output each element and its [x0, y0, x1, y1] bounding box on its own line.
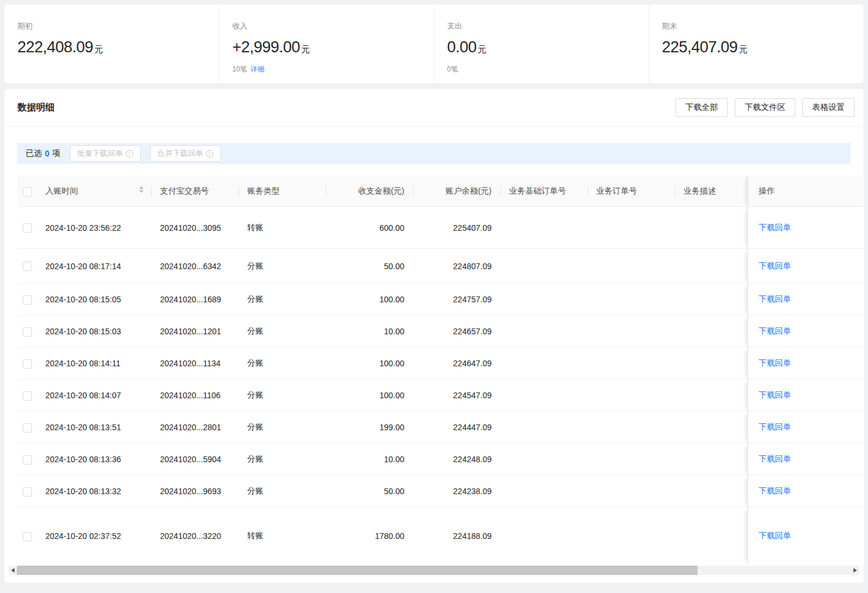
- cell-description: [675, 444, 748, 476]
- cell-description: [675, 380, 748, 412]
- cell-order: [588, 249, 675, 284]
- cell-order: [588, 476, 675, 508]
- cell-base-order: [501, 348, 588, 380]
- horizontal-scrollbar[interactable]: [9, 566, 859, 575]
- transactions-table: 入账时间 支付宝交易号 账务类型 收支金额(元) 账户余额(元) 业务基础订单号…: [17, 176, 864, 565]
- download-receipt-link[interactable]: 下载回单: [759, 261, 791, 270]
- sort-icon[interactable]: [139, 186, 144, 193]
- table-header-row: 入账时间 支付宝交易号 账务类型 收支金额(元) 账户余额(元) 业务基础订单号…: [17, 176, 864, 207]
- header-order: 业务订单号: [588, 176, 675, 207]
- scrollbar-thumb[interactable]: [17, 566, 698, 575]
- summary-opening: 期初 222,408.09元: [5, 5, 219, 83]
- cell-time: 2024-10-20 08:13:36: [37, 444, 152, 476]
- summary-income-count: 10笔: [232, 65, 247, 73]
- table-row: 2024-10-20 08:13:32 20241020...9693 分账 5…: [17, 476, 864, 508]
- header-time: 入账时间: [37, 176, 152, 207]
- download-zone-button[interactable]: 下载文件区: [735, 98, 795, 117]
- cell-balance: 224757.09: [414, 284, 501, 316]
- cell-description: [675, 207, 748, 249]
- summary-income: 收入 +2,999.00元 10笔详细: [219, 5, 433, 83]
- row-checkbox[interactable]: [23, 423, 32, 433]
- cell-description: [675, 249, 748, 284]
- download-receipt-link[interactable]: 下载回单: [759, 454, 791, 463]
- header-description: 业务描述: [675, 176, 748, 207]
- cell-base-order: [501, 412, 588, 444]
- income-detail-link[interactable]: 详细: [251, 65, 265, 73]
- cell-amount: 50.00: [326, 249, 414, 284]
- cell-time: 2024-10-20 02:37:52: [37, 508, 152, 565]
- row-checkbox[interactable]: [23, 487, 32, 496]
- table-row: 2024-10-20 08:17:14 20241020...6342 分账 5…: [17, 249, 864, 284]
- summary-income-value: +2,999.00: [232, 38, 300, 56]
- summary-expense-label: 支出: [447, 21, 649, 31]
- cell-base-order: [501, 380, 588, 412]
- cell-account-type: 分账: [239, 284, 326, 316]
- summary-closing-unit: 元: [739, 44, 748, 54]
- download-receipt-link[interactable]: 下载回单: [759, 326, 791, 335]
- row-checkbox[interactable]: [23, 532, 32, 541]
- cell-order: [588, 412, 675, 444]
- download-receipt-link[interactable]: 下载回单: [759, 531, 791, 540]
- cell-balance: 224647.09: [414, 348, 501, 380]
- cell-time: 2024-10-20 23:56:22: [37, 207, 152, 249]
- cell-time: 2024-10-20 08:15:05: [37, 284, 152, 316]
- cell-transaction-id: 20241020...2801: [152, 412, 239, 444]
- summary-expense-unit: 元: [478, 44, 486, 54]
- cell-account-type: 分账: [239, 380, 326, 412]
- download-receipt-link[interactable]: 下载回单: [759, 486, 791, 495]
- download-receipt-link[interactable]: 下载回单: [759, 422, 791, 431]
- cell-description: [675, 476, 748, 508]
- cell-order: [588, 348, 675, 380]
- selection-bar: 已选 0 项 批量下载回单 i 合并下载回单 i: [17, 143, 851, 164]
- cell-amount: 10.00: [326, 316, 414, 348]
- download-receipt-link[interactable]: 下载回单: [759, 223, 791, 232]
- download-receipt-link[interactable]: 下载回单: [759, 294, 791, 303]
- cell-transaction-id: 20241020...1689: [152, 284, 239, 316]
- row-checkbox[interactable]: [23, 391, 32, 401]
- header-balance: 账户余额(元): [414, 176, 501, 207]
- merge-download-label: 合并下载回单: [158, 148, 203, 159]
- table-settings-button[interactable]: 表格设置: [802, 98, 855, 117]
- cell-description: [675, 284, 748, 316]
- row-checkbox[interactable]: [23, 327, 32, 337]
- cell-order: [588, 444, 675, 476]
- cell-transaction-id: 20241020...9693: [152, 476, 239, 508]
- cell-base-order: [501, 476, 588, 508]
- cell-order: [588, 508, 675, 565]
- row-checkbox[interactable]: [23, 359, 32, 369]
- cell-time: 2024-10-20 08:14:07: [37, 380, 152, 412]
- merge-download-button[interactable]: 合并下载回单 i: [150, 145, 221, 162]
- header-base-order: 业务基础订单号: [501, 176, 588, 207]
- summary-closing-value: 225,407.09: [662, 38, 738, 56]
- row-checkbox[interactable]: [23, 262, 32, 271]
- info-icon: i: [206, 150, 214, 158]
- cell-base-order: [501, 249, 588, 284]
- download-all-button[interactable]: 下载全部: [675, 98, 728, 117]
- cell-description: [675, 316, 748, 348]
- row-checkbox[interactable]: [23, 295, 32, 305]
- cell-base-order: [501, 316, 588, 348]
- summary-expense-value: 0.00: [447, 38, 477, 56]
- download-receipt-link[interactable]: 下载回单: [759, 358, 791, 367]
- cell-account-type: 分账: [239, 249, 326, 284]
- scroll-left-icon[interactable]: [9, 566, 17, 575]
- table-row: 2024-10-20 08:13:51 20241020...2801 分账 1…: [17, 412, 864, 444]
- download-receipt-link[interactable]: 下载回单: [759, 390, 791, 399]
- table-row: 2024-10-20 08:14:11 20241020...1134 分账 1…: [17, 348, 864, 380]
- scroll-right-icon[interactable]: [851, 566, 859, 575]
- cell-description: [675, 508, 748, 565]
- row-checkbox[interactable]: [23, 455, 32, 465]
- caret-down-icon: [139, 190, 144, 193]
- cell-account-type: 分账: [239, 412, 326, 444]
- row-checkbox[interactable]: [23, 223, 32, 233]
- batch-download-button[interactable]: 批量下载回单 i: [70, 145, 141, 162]
- select-all-checkbox[interactable]: [23, 187, 32, 197]
- summary-opening-value: 222,408.09: [17, 38, 93, 56]
- cell-transaction-id: 20241020...1201: [152, 316, 239, 348]
- cell-base-order: [501, 207, 588, 249]
- cell-transaction-id: 20241020...3220: [152, 508, 239, 565]
- summary-opening-unit: 元: [94, 44, 103, 54]
- cell-amount: 100.00: [326, 348, 414, 380]
- cell-amount: 50.00: [326, 476, 414, 508]
- cell-order: [588, 207, 675, 249]
